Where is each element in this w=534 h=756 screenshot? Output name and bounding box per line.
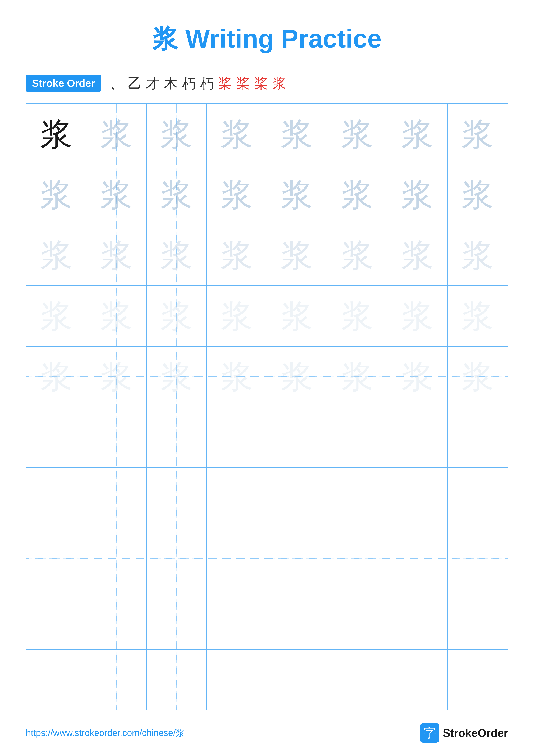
- grid-cell[interactable]: 浆: [207, 346, 267, 407]
- grid-cell[interactable]: 浆: [447, 104, 508, 164]
- grid-cell[interactable]: 浆: [387, 286, 447, 346]
- grid-cell[interactable]: [147, 528, 207, 588]
- grid-cell[interactable]: 浆: [447, 225, 508, 285]
- grid-cell[interactable]: [267, 528, 327, 588]
- grid-cell[interactable]: [447, 589, 508, 649]
- grid-cell[interactable]: 浆: [267, 225, 327, 285]
- grid-cell[interactable]: 浆: [387, 104, 447, 164]
- practice-char: 浆: [461, 239, 494, 271]
- grid-cell[interactable]: [26, 528, 87, 588]
- grid-cell[interactable]: 浆: [207, 164, 267, 225]
- grid-cell[interactable]: 浆: [147, 346, 207, 407]
- grid-cell[interactable]: [267, 650, 327, 710]
- grid-cell[interactable]: [387, 650, 447, 710]
- grid-cell[interactable]: 浆: [267, 346, 327, 407]
- stroke-order-badge: Stroke Order: [26, 75, 101, 92]
- grid-cell[interactable]: 浆: [327, 164, 387, 225]
- grid-cell[interactable]: [447, 650, 508, 710]
- grid-cell[interactable]: 浆: [147, 164, 207, 225]
- practice-char: 浆: [40, 239, 72, 271]
- grid-cell[interactable]: [327, 528, 387, 588]
- grid-cell[interactable]: [87, 650, 146, 710]
- grid-cell[interactable]: [387, 589, 447, 649]
- grid-cell[interactable]: 浆: [207, 286, 267, 346]
- grid-cell[interactable]: 浆: [87, 346, 146, 407]
- grid-cell[interactable]: 浆: [327, 346, 387, 407]
- grid-cell[interactable]: 浆: [26, 225, 87, 285]
- footer-url[interactable]: https://www.strokeorder.com/chinese/浆: [26, 727, 185, 739]
- grid-cell[interactable]: 浆: [26, 286, 87, 346]
- practice-char: 浆: [100, 118, 133, 150]
- grid-cell[interactable]: 浆: [387, 346, 447, 407]
- page-title: 浆 Writing Practice: [17, 21, 517, 57]
- grid-cell[interactable]: 浆: [87, 164, 146, 225]
- grid-cell[interactable]: [26, 650, 87, 710]
- grid-cell[interactable]: [207, 528, 267, 588]
- practice-char: 浆: [281, 300, 313, 332]
- grid-cell[interactable]: [387, 528, 447, 588]
- practice-grid: 浆 浆 浆 浆 浆 浆 浆 浆 浆 浆 浆 浆 浆 浆 浆 浆 浆 浆 浆 浆 …: [26, 103, 508, 710]
- grid-cell[interactable]: 浆: [147, 286, 207, 346]
- grid-cell[interactable]: 浆: [147, 225, 207, 285]
- grid-cell[interactable]: [327, 407, 387, 467]
- practice-char: 浆: [341, 239, 373, 271]
- grid-cell[interactable]: [207, 589, 267, 649]
- grid-cell[interactable]: 浆: [327, 104, 387, 164]
- grid-cell[interactable]: 浆: [267, 286, 327, 346]
- grid-cell[interactable]: 浆: [26, 104, 87, 164]
- grid-cell[interactable]: [387, 407, 447, 467]
- grid-cell[interactable]: 浆: [447, 346, 508, 407]
- grid-cell[interactable]: 浆: [26, 164, 87, 225]
- grid-cell[interactable]: [447, 407, 508, 467]
- grid-row-9: [26, 589, 508, 650]
- grid-cell[interactable]: 浆: [207, 225, 267, 285]
- grid-cell[interactable]: [147, 589, 207, 649]
- stroke-step-6: 朽: [200, 74, 214, 93]
- grid-cell[interactable]: 浆: [447, 164, 508, 225]
- grid-cell[interactable]: 浆: [327, 286, 387, 346]
- grid-cell[interactable]: [447, 528, 508, 588]
- grid-cell[interactable]: [147, 468, 207, 528]
- grid-cell[interactable]: [267, 407, 327, 467]
- grid-cell[interactable]: [207, 468, 267, 528]
- grid-cell[interactable]: 浆: [327, 225, 387, 285]
- grid-cell[interactable]: 浆: [87, 225, 146, 285]
- grid-cell[interactable]: [147, 650, 207, 710]
- grid-cell[interactable]: [267, 589, 327, 649]
- grid-cell[interactable]: [207, 650, 267, 710]
- grid-cell[interactable]: [447, 468, 508, 528]
- grid-cell[interactable]: [147, 407, 207, 467]
- grid-cell[interactable]: 浆: [387, 164, 447, 225]
- grid-row-1: 浆 浆 浆 浆 浆 浆 浆 浆: [26, 104, 508, 164]
- grid-cell[interactable]: [207, 407, 267, 467]
- grid-cell[interactable]: [327, 589, 387, 649]
- grid-cell[interactable]: [327, 650, 387, 710]
- grid-cell[interactable]: [87, 407, 146, 467]
- grid-cell[interactable]: 浆: [267, 104, 327, 164]
- grid-cell[interactable]: 浆: [87, 104, 146, 164]
- grid-row-8: [26, 528, 508, 589]
- grid-cell[interactable]: [26, 468, 87, 528]
- grid-row-6: [26, 407, 508, 468]
- grid-cell[interactable]: [267, 468, 327, 528]
- grid-cell[interactable]: 浆: [207, 104, 267, 164]
- grid-row-3: 浆 浆 浆 浆 浆 浆 浆 浆: [26, 225, 508, 286]
- grid-row-5: 浆 浆 浆 浆 浆 浆 浆 浆: [26, 346, 508, 407]
- grid-cell[interactable]: [87, 589, 146, 649]
- grid-cell[interactable]: 浆: [447, 286, 508, 346]
- practice-char: 浆: [160, 239, 192, 271]
- grid-cell[interactable]: [26, 589, 87, 649]
- grid-cell[interactable]: 浆: [147, 104, 207, 164]
- grid-cell[interactable]: [26, 407, 87, 467]
- practice-char: 浆: [341, 360, 373, 393]
- grid-cell[interactable]: 浆: [267, 164, 327, 225]
- grid-cell[interactable]: [87, 528, 146, 588]
- grid-cell[interactable]: 浆: [87, 286, 146, 346]
- grid-cell[interactable]: [327, 468, 387, 528]
- practice-char: 浆: [401, 300, 433, 332]
- grid-cell[interactable]: 浆: [387, 225, 447, 285]
- grid-cell[interactable]: [87, 468, 146, 528]
- practice-char: 浆: [401, 239, 433, 271]
- grid-cell[interactable]: 浆: [26, 346, 87, 407]
- grid-cell[interactable]: [387, 468, 447, 528]
